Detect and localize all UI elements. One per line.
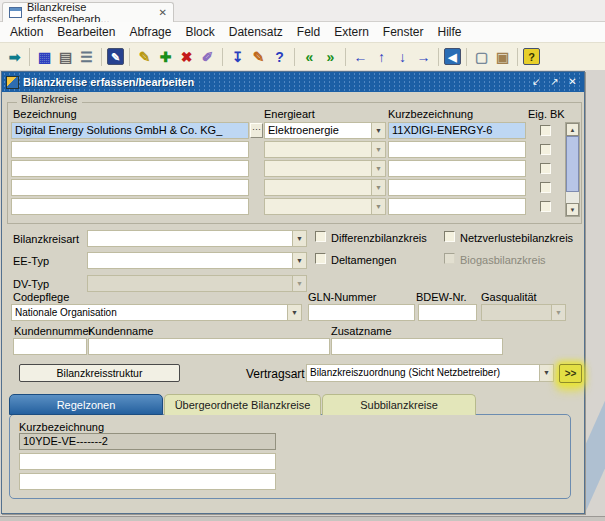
menu-item-aktion[interactable]: Aktion [3,22,50,42]
dropdown-arrow-icon[interactable]: ▼ [371,142,385,157]
expand-button[interactable]: >> [559,364,582,383]
toolbar-separator [222,48,223,66]
bilanzkreisart-label: Bilanzkreisart [13,233,79,245]
close-icon[interactable]: ✕ [565,75,580,89]
tab-uebergeordnete-bilanzkreise[interactable]: Übergeordnete Bilanzkreise [164,394,321,415]
bilanzkreisart-dropdown[interactable]: ▼ [87,230,307,247]
dropdown-arrow-icon[interactable]: ▼ [287,305,301,320]
scroll-right-icon[interactable]: → [414,47,433,67]
zusatzname-field[interactable] [331,338,503,355]
bdew-nr-field[interactable] [418,304,477,321]
dropdown-arrow-icon[interactable]: ▼ [371,123,385,138]
restore-icon[interactable]: ↗ [547,75,562,89]
scroll-down-icon[interactable]: ↓ [393,47,412,67]
toolbar-separator [466,48,467,66]
kurzbezeichnung-field[interactable] [388,160,526,177]
kurzbezeichnung-field[interactable] [388,179,526,196]
import-icon[interactable]: ↧ [228,47,247,67]
menu-item-datensatz[interactable]: Datensatz [222,22,290,42]
scroll-left-icon[interactable]: ← [351,47,370,67]
eig-bk-checkbox[interactable] [540,201,551,212]
scrollbar-thumb[interactable] [566,136,579,192]
vertragsart-dropdown[interactable]: Bilanzkreiszuordnung (Sicht Netzbetreibe… [306,364,554,382]
kundenname-field[interactable] [88,338,330,355]
app-tab[interactable]: Bilanzkreise erfassen/bearb... ✕ [2,2,174,22]
edit-field-icon[interactable]: ✎ [249,47,268,67]
kundennummer-field[interactable] [13,338,87,355]
dropdown-arrow-icon[interactable]: ▼ [371,199,385,214]
menu-item-fenster[interactable]: Fenster [376,22,431,42]
tab-subbilanzkreise[interactable]: Subbilanzkreise [322,394,476,415]
next-block-icon[interactable]: » [321,47,340,67]
kurzbezeichnung-field[interactable] [388,198,526,215]
form-canvas: Bilanzkreise Bezeichnung Energieart Kurz… [3,92,584,513]
dropdown-arrow-icon[interactable]: ▼ [292,253,306,268]
menu-item-feld[interactable]: Feld [290,22,327,42]
kurzbezeichnung-field[interactable]: 11XDIGI-ENERGY-6 [388,122,526,139]
scrollbar-down-icon[interactable]: ▼ [566,203,579,216]
key-help-icon[interactable]: ? [523,48,540,65]
bezeichnung-field[interactable]: Digital Energy Solutions GmbH & Co. KG_ [11,122,249,139]
list-values-icon[interactable]: ☰ [77,47,96,67]
differenzbilanzkreis-checkbox[interactable] [315,231,326,242]
bezeichnung-field[interactable] [11,179,249,196]
bezeichnung-field[interactable] [11,160,249,177]
new-document-icon[interactable]: ▢ [472,47,491,67]
energieart-dropdown[interactable]: Elektroenergie▼ [264,122,386,139]
insert-record-icon[interactable]: ✚ [156,47,175,67]
lov-button[interactable]: ··· [250,123,263,138]
vertragsart-label: Vertragsart [246,367,305,381]
bilanzkreisstruktur-button[interactable]: Bilanzkreisstruktur [19,364,180,382]
edit-block-icon[interactable]: ✎ [107,48,124,65]
scroll-up-icon[interactable]: ↑ [372,47,391,67]
eig-bk-checkbox[interactable] [540,125,551,136]
delete-record-icon[interactable]: ✖ [177,47,196,67]
window-list-icon[interactable]: ◀ [444,48,461,65]
dv-typ-label: DV-Typ [13,278,49,290]
ee-typ-dropdown[interactable]: ▼ [87,252,307,269]
eig-bk-checkbox[interactable] [540,144,551,155]
regelzone-kurzbezeichnung-field[interactable] [19,453,276,470]
toolbar-separator [345,48,346,66]
minimize-icon[interactable]: ↙ [529,75,544,89]
window-icon [6,76,19,89]
menu-item-block[interactable]: Block [178,22,221,42]
energieart-dropdown[interactable]: ▼ [264,198,386,215]
codepflege-dropdown[interactable]: Nationale Organisation ▼ [11,304,302,321]
help-icon[interactable]: ? [270,47,289,67]
energieart-dropdown[interactable]: ▼ [264,179,386,196]
netzverlustebilanzkreis-checkbox[interactable] [444,231,455,242]
bezeichnung-field[interactable] [11,141,249,158]
kundenname-label: Kundenname [88,325,153,337]
bilanzkreis-row: ▼ [3,141,584,160]
clear-record-icon[interactable]: ✐ [198,47,217,67]
menu-item-abfrage[interactable]: Abfrage [122,22,178,42]
kurzbezeichnung-field[interactable] [388,141,526,158]
save-icon[interactable]: ▦ [35,47,54,67]
bezeichnung-field[interactable] [11,198,249,215]
eig-bk-checkbox[interactable] [540,182,551,193]
paste-icon[interactable]: ▣ [493,47,512,67]
deltamengen-checkbox[interactable] [315,253,326,264]
dropdown-arrow-icon[interactable]: ▼ [539,365,553,381]
menu-item-hilfe[interactable]: Hilfe [431,22,469,42]
window-title-bar[interactable]: Bilanzkreise erfassen/bearbeiten ↙ ↗ ✕ [2,72,584,92]
exit-icon[interactable]: ➡ [5,47,24,67]
scrollbar-up-icon[interactable]: ▲ [566,123,579,136]
dropdown-arrow-icon[interactable]: ▼ [292,231,306,246]
energieart-dropdown[interactable]: ▼ [264,141,386,158]
previous-block-icon[interactable]: « [300,47,319,67]
menu-item-bearbeiten[interactable]: Bearbeiten [50,22,122,42]
eig-bk-checkbox[interactable] [540,163,551,174]
tab-regelzonen[interactable]: Regelzonen [9,394,163,415]
dropdown-arrow-icon[interactable]: ▼ [371,161,385,176]
menu-item-extern[interactable]: Extern [327,22,376,42]
rows-scrollbar[interactable]: ▲ ▼ [565,122,580,217]
gln-nummer-field[interactable] [308,304,415,321]
enter-query-icon[interactable]: ✎ [135,47,154,67]
energieart-dropdown[interactable]: ▼ [264,160,386,177]
dropdown-arrow-icon[interactable]: ▼ [371,180,385,195]
app-tab-close-icon[interactable]: ✕ [159,7,167,18]
regelzone-kurzbezeichnung-field[interactable] [19,473,276,490]
print-icon[interactable]: ▤ [56,47,75,67]
